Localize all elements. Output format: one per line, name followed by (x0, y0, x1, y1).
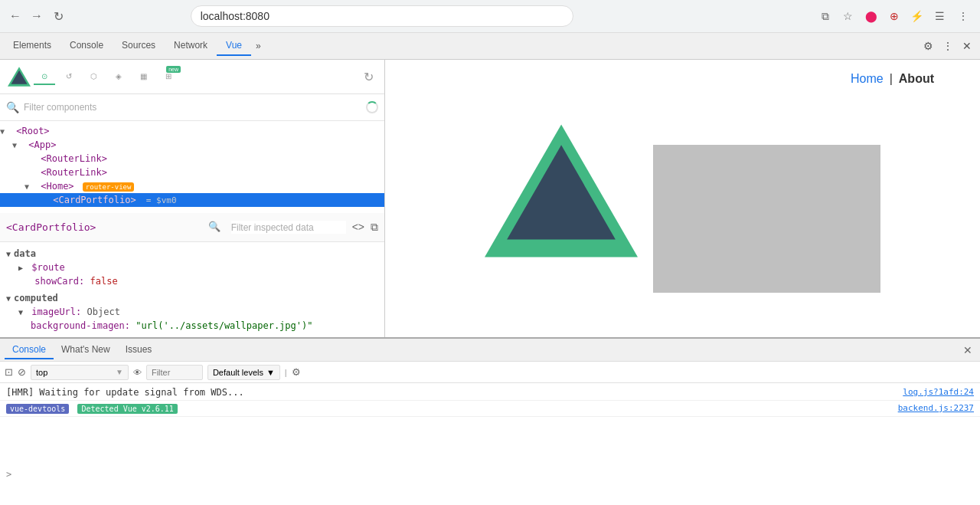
vue-devtools-badge: vue-devtools (6, 404, 69, 414)
prop-showcard: showCard: false (6, 274, 378, 288)
prop-imageurl[interactable]: ▼ imageUrl: Object (6, 305, 378, 319)
console-prompt[interactable]: > (0, 466, 980, 483)
opera-icon[interactable]: ⊕ (885, 7, 903, 25)
about-link[interactable]: About (899, 72, 934, 86)
prop-route[interactable]: ▶ $route (6, 261, 378, 274)
tree-item-root[interactable]: ▼ <Root> (0, 124, 384, 138)
inspector-actions: 🔍 <> ⧉ (208, 221, 378, 234)
performance-icon: ▦ (140, 72, 147, 80)
vue-source[interactable]: backend.js:2237 (898, 403, 974, 413)
devtools-close-button[interactable]: ✕ (958, 37, 976, 55)
console-tab-issues[interactable]: Issues (118, 341, 160, 359)
vuex-icon: ⬡ (90, 72, 97, 80)
tab-elements[interactable]: Elements (4, 36, 60, 56)
imageurl-arrow: ▼ (18, 308, 23, 316)
tree-tag-app: <App> (28, 139, 56, 150)
menu-icon[interactable]: ⋮ (954, 7, 972, 25)
router-view-badge: router-view (83, 182, 135, 192)
tree-item-app[interactable]: ▼ <App> (0, 138, 384, 152)
console-clear-icon[interactable]: ⊘ (18, 366, 26, 378)
nav-separator: | (890, 72, 893, 86)
component-tree: ▼ <Root> ▼ <App> <RouterLink> <RouterLin… (0, 121, 384, 213)
tree-tag-home: <Home> (41, 181, 74, 192)
inspector-data: ▼ data ▶ $route showCard: false ▼ comput… (0, 242, 384, 337)
section-data-label[interactable]: ▼ data (6, 247, 378, 261)
prop-key-imageurl: imageUrl: (31, 307, 87, 317)
page-nav: Home | About (385, 60, 980, 99)
extensions-icon[interactable]: ⚡ (908, 7, 926, 25)
vue-tab-components[interactable]: ⊙ (34, 69, 55, 85)
console-filter-input[interactable] (152, 368, 198, 377)
settings-new-icon: ⊞ (165, 72, 172, 80)
chevron-down-icon[interactable]: ▼ (116, 368, 123, 376)
vue-refresh-button[interactable]: ↻ (361, 67, 377, 87)
tree-item-routerlink2[interactable]: <RouterLink> (0, 166, 384, 179)
inspector-header: <CardPortfolio> 🔍 <> ⧉ (0, 213, 384, 242)
filter-wrap (146, 365, 203, 380)
console-block-icon[interactable]: ⊡ (5, 366, 13, 378)
devtools-more-button[interactable]: ⋮ (938, 37, 958, 55)
section-computed-label[interactable]: ▼ computed (6, 291, 378, 305)
vue-logo-small (8, 65, 31, 88)
log-level-select[interactable]: Default levels ▼ (207, 365, 280, 380)
refresh-button[interactable]: ↻ (51, 8, 66, 24)
filter-spinner (366, 101, 378, 113)
console-close-button[interactable]: ✕ (960, 341, 975, 359)
vue-panel-header: ⊙ ↺ ⬡ ◈ ▦ ⊞ new ↻ (0, 60, 384, 94)
data-section: ▼ data ▶ $route showCard: false (6, 247, 378, 288)
vue-tab-router[interactable]: ◈ (108, 69, 129, 85)
tab-manager-icon[interactable]: ☰ (931, 7, 949, 25)
prop-val-showcard: false (90, 276, 117, 287)
devtools-settings-button[interactable]: ⚙ (919, 37, 938, 55)
tree-item-home[interactable]: ▼ <Home> router-view (0, 179, 384, 193)
console-tab-whatsnew[interactable]: What's New (54, 341, 118, 359)
vue-tab-history[interactable]: ↺ (58, 69, 80, 85)
computed-arrow: ▼ (6, 294, 11, 303)
tab-more[interactable]: » (251, 37, 266, 55)
tab-console[interactable]: Console (60, 36, 113, 56)
inspector-filter-input[interactable] (231, 221, 346, 234)
bookmark-icon[interactable]: ☆ (839, 7, 858, 25)
hmr-source[interactable]: log.js?1afd:24 (903, 387, 974, 397)
tree-arrow: ▼ (12, 141, 23, 149)
console-message-vue: vue-devtools Detected Vue v2.6.11 backen… (0, 401, 980, 417)
inspector-code-icon[interactable]: <> (352, 221, 364, 234)
level-separator: | (285, 368, 287, 377)
prop-key-showcard: showCard: (34, 276, 90, 287)
inspector-open-icon[interactable]: ⧉ (371, 221, 378, 234)
console-tab-console[interactable]: Console (5, 341, 54, 359)
component-filter-input[interactable] (24, 102, 366, 113)
tab-network[interactable]: Network (165, 36, 217, 56)
page-content: Home | About (385, 60, 980, 337)
prop-key-route: $route (31, 262, 64, 273)
tree-tag-routerlink1: <RouterLink> (41, 153, 107, 164)
new-badge: new (166, 66, 181, 73)
hmr-text: [HMR] Waiting for update signal from WDS… (6, 387, 244, 398)
color-wheel-icon[interactable]: ⬤ (862, 7, 880, 25)
tree-item-cardportfolio[interactable]: <CardPortfolio> = $vm0 (0, 193, 384, 207)
vue-tab-performance[interactable]: ▦ (132, 69, 155, 85)
tab-vue[interactable]: Vue (217, 36, 251, 56)
prop-val-imageurl: Object (87, 307, 120, 317)
back-button[interactable]: ← (8, 8, 23, 24)
computed-section: ▼ computed ▼ imageUrl: Object background… (6, 291, 378, 333)
vue-tab-settings[interactable]: ⊞ new (158, 69, 179, 85)
forward-button[interactable]: → (29, 8, 44, 24)
top-context-input[interactable] (36, 368, 113, 377)
browser-toolbar: ← → ↻ localhost:8080 ⧉ ☆ ⬤ ⊕ ⚡ ☰ ⋮ (0, 0, 980, 32)
components-icon: ⊙ (41, 72, 47, 80)
screen-share-icon[interactable]: ⧉ (816, 7, 835, 25)
browser-chrome: ← → ↻ localhost:8080 ⧉ ☆ ⬤ ⊕ ⚡ ☰ ⋮ (0, 0, 980, 33)
section-arrow: ▼ (6, 250, 11, 258)
vue-tab-vuex[interactable]: ⬡ (83, 69, 105, 85)
eye-icon[interactable]: 👁 (133, 368, 142, 377)
home-link[interactable]: Home (851, 72, 884, 86)
component-filter-bar: 🔍 (0, 94, 384, 121)
address-bar[interactable]: localhost:8080 (191, 5, 573, 27)
page-body (385, 99, 980, 337)
vue-message-text: vue-devtools Detected Vue v2.6.11 (6, 403, 892, 414)
console-settings-icon[interactable]: ⚙ (292, 366, 301, 378)
router-icon: ◈ (116, 72, 122, 80)
tab-sources[interactable]: Sources (113, 36, 165, 56)
tree-item-routerlink1[interactable]: <RouterLink> (0, 152, 384, 166)
